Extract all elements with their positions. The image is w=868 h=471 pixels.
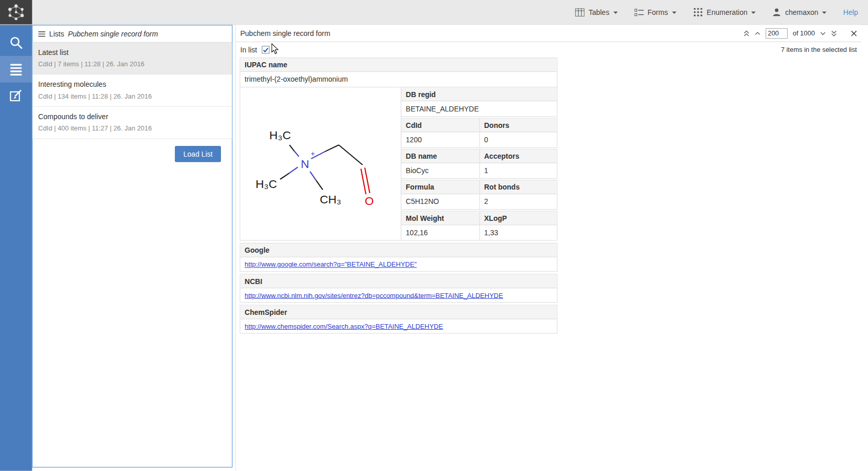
items-info-label: 7 items in the selected list <box>781 46 857 53</box>
list-item[interactable]: Compounds to deliver CdId | 400 items | … <box>33 107 232 139</box>
property-pair-row: Formula Rot bonds C5H12NO 2 <box>401 180 558 210</box>
sketch-nav-button[interactable] <box>0 82 32 109</box>
molecule-and-properties-row: H₃C H₃C CH₃ N + O DB regid BETAINE_ALDEH… <box>239 87 557 240</box>
top-bar: Tables Forms <box>0 0 868 25</box>
property-pair-row: Mol Weight XLogP 102,16 1,33 <box>401 211 558 240</box>
formula-value: C5H12NO <box>401 194 479 209</box>
donors-value: 0 <box>479 132 557 147</box>
atom-methyl-bottom: CH₃ <box>320 193 341 206</box>
lists-nav-button[interactable] <box>0 56 32 83</box>
chemspider-section: ChemSpider http://www.chemspider.com/Sea… <box>239 305 557 334</box>
db-regid-section: DB regid BETAINE_ALDEHYDE <box>401 87 558 117</box>
list-item-meta: CdId | 7 items | 11:28 | 26. Jan 2016 <box>38 60 226 68</box>
atom-oxygen: O <box>365 195 374 208</box>
db-regid-header: DB regid <box>401 87 557 101</box>
double-chevron-up-icon <box>744 30 750 36</box>
molecule-structure: H₃C H₃C CH₃ N + O <box>240 87 400 240</box>
forms-icon <box>634 8 643 16</box>
user-menu[interactable]: chemaxon <box>772 8 827 16</box>
search-nav-button[interactable] <box>0 29 32 56</box>
list-icon <box>9 62 23 77</box>
list-item-meta: CdId | 400 items | 11:27 | 26. Jan 2016 <box>38 124 226 132</box>
sketch-pen-icon <box>9 88 23 103</box>
app-logo[interactable] <box>0 0 32 24</box>
cdid-header: CdId <box>401 119 479 133</box>
forms-menu-label: Forms <box>648 8 668 16</box>
tables-menu-label: Tables <box>588 8 609 16</box>
acceptors-value: 1 <box>479 163 557 178</box>
next-record-button[interactable] <box>820 31 826 35</box>
load-list-button[interactable]: Load List <box>175 146 221 162</box>
cdid-value: 1200 <box>401 132 479 147</box>
atom-methyl-left: H₃C <box>255 178 277 191</box>
page-number-input[interactable] <box>766 28 788 38</box>
list-item[interactable]: Interesting molecules CdId | 134 items |… <box>33 74 232 106</box>
atom-nitrogen: N <box>301 158 309 171</box>
check-icon <box>263 47 269 52</box>
list-item[interactable]: Latest list CdId | 7 items | 11:28 | 26.… <box>33 43 232 74</box>
rot-bonds-header: Rot bonds <box>479 180 557 194</box>
app-window: Tables Forms <box>0 0 868 471</box>
lists-panel-header: Lists Pubchem single record form <box>33 26 232 43</box>
mol-weight-value: 102,16 <box>401 225 479 240</box>
chevron-up-icon <box>754 31 761 35</box>
rot-bonds-value: 2 <box>479 194 557 209</box>
record-form-header: Pubchem single record form of 1000 <box>236 25 861 42</box>
in-list-checkbox[interactable] <box>262 46 270 53</box>
google-header: Google <box>240 243 557 257</box>
db-name-header: DB name <box>401 149 479 163</box>
mol-weight-header: Mol Weight <box>401 211 479 225</box>
record-form-title: Pubchem single record form <box>240 29 330 37</box>
close-panel-button[interactable] <box>851 30 857 36</box>
first-record-button[interactable] <box>744 30 750 36</box>
property-grid: DB regid BETAINE_ALDEHYDE CdId Donors 12… <box>401 87 558 240</box>
previous-record-button[interactable] <box>754 31 761 35</box>
help-link[interactable]: Help <box>843 8 858 16</box>
forms-menu[interactable]: Forms <box>634 8 676 16</box>
ncbi-link-row: http://www.ncbi.nlm.nih.gov/sites/entrez… <box>240 288 557 302</box>
db-regid-value: BETAINE_ALDEHYDE <box>401 101 557 116</box>
chevron-down-icon <box>751 12 756 14</box>
acceptors-header: Acceptors <box>479 149 557 163</box>
list-item-title: Latest list <box>38 48 226 56</box>
last-record-button[interactable] <box>831 30 837 36</box>
top-menu: Tables Forms <box>575 7 868 17</box>
structure-viewer[interactable]: H₃C H₃C CH₃ N + O <box>239 87 401 240</box>
xlogp-header: XLogP <box>479 211 557 225</box>
atom-methyl-top: H₃C <box>269 129 291 142</box>
chevron-down-icon <box>613 12 618 14</box>
lists-panel-subtitle: Pubchem single record form <box>68 30 158 38</box>
in-list-row: In list 7 items in the selected list <box>236 42 861 58</box>
chemspider-header: ChemSpider <box>240 306 557 319</box>
google-link[interactable]: http://www.google.com/search?q="BETAINE_… <box>245 260 417 268</box>
search-icon <box>9 35 23 50</box>
pager-total-label: of 1000 <box>792 29 815 37</box>
lists-panel-title: Lists <box>49 30 64 38</box>
in-list-label: In list <box>240 46 257 54</box>
xlogp-value: 1,33 <box>479 225 557 240</box>
lists-panel: Lists Pubchem single record form Latest … <box>32 25 232 467</box>
list-icon <box>38 31 45 37</box>
double-chevron-down-icon <box>831 30 837 36</box>
ncbi-section: NCBI http://www.ncbi.nlm.nih.gov/sites/e… <box>239 274 557 303</box>
db-name-value: BioCyc <box>401 163 479 178</box>
record-form: IUPAC name trimethyl-(2-oxoethyl)ammoniu… <box>239 58 557 334</box>
list-item-title: Interesting molecules <box>38 80 226 88</box>
google-link-row: http://www.google.com/search?q="BETAINE_… <box>240 257 557 271</box>
ncbi-link[interactable]: http://www.ncbi.nlm.nih.gov/sites/entrez… <box>245 292 503 299</box>
close-icon <box>851 30 857 36</box>
chemspider-link[interactable]: http://www.chemspider.com/Search.aspx?q=… <box>245 323 443 330</box>
tables-menu[interactable]: Tables <box>575 8 617 16</box>
record-form-panel: Pubchem single record form of 1000 <box>235 25 861 470</box>
chevron-down-icon <box>820 31 826 35</box>
user-icon <box>772 8 781 16</box>
enumeration-menu[interactable]: Enumeration <box>693 7 755 17</box>
iupac-section: IUPAC name trimethyl-(2-oxoethyl)ammoniu… <box>239 58 557 87</box>
chevron-down-icon <box>672 12 676 14</box>
iupac-value: trimethyl-(2-oxoethyl)ammonium <box>240 72 557 87</box>
user-menu-label: chemaxon <box>785 8 819 16</box>
formula-header: Formula <box>401 180 479 194</box>
record-pager: of 1000 <box>744 28 857 38</box>
atom-charge-plus: + <box>310 149 315 158</box>
chevron-down-icon <box>822 12 827 14</box>
